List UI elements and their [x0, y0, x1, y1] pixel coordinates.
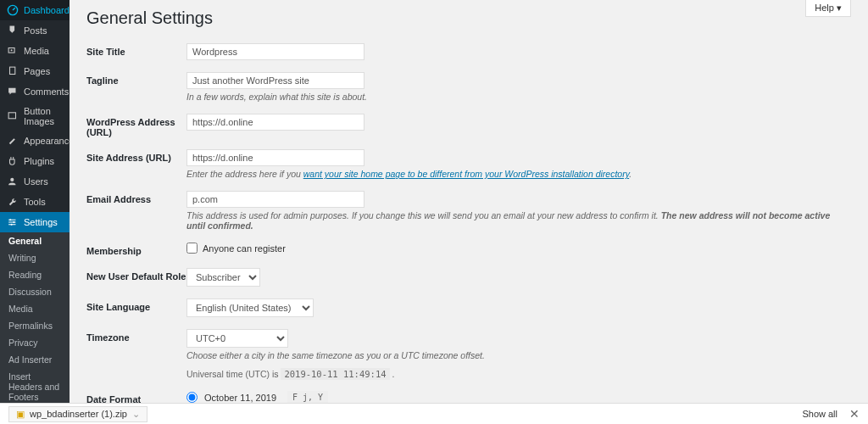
- main-content: Help ▾ General Settings Site Title Tagli…: [70, 0, 868, 403]
- image-icon: [7, 110, 19, 122]
- select-timezone[interactable]: UTC+0: [186, 329, 288, 348]
- submenu-media[interactable]: Media: [0, 300, 70, 317]
- submenu-insert-headers[interactable]: Insert Headers and Footers: [0, 368, 70, 403]
- submenu-general[interactable]: General: [0, 232, 70, 249]
- sidebar-label: Settings: [24, 217, 58, 227]
- label-timezone: Timezone: [86, 329, 186, 343]
- submenu-privacy[interactable]: Privacy: [0, 334, 70, 351]
- svg-point-7: [13, 221, 14, 223]
- sidebar-item-pages[interactable]: Pages: [0, 61, 70, 81]
- desc-tagline: In a few words, explain what this site i…: [186, 92, 851, 102]
- select-language[interactable]: English (United States): [186, 298, 314, 317]
- link-site-url-diff[interactable]: want your site home page to be different…: [303, 169, 629, 179]
- input-email[interactable]: [186, 191, 364, 208]
- label-site-title: Site Title: [86, 43, 186, 57]
- checkbox-label: Anyone can register: [203, 243, 286, 254]
- user-icon: [7, 176, 19, 187]
- desc-timezone: Choose either a city in the same timezon…: [186, 350, 851, 360]
- comment-icon: [7, 86, 19, 98]
- desc-utc: Universal time (UTC) is 2019-10-11 11:49…: [186, 369, 851, 379]
- dashboard-icon: [7, 4, 19, 16]
- submenu-ad-inserter[interactable]: Ad Inserter: [0, 351, 70, 368]
- label-tagline: Tagline: [86, 72, 186, 86]
- sidebar-item-dashboard[interactable]: Dashboard: [0, 0, 70, 20]
- input-tagline[interactable]: [186, 72, 364, 89]
- desc-email: This address is used for admin purposes.…: [186, 210, 851, 231]
- input-site-title[interactable]: [186, 43, 364, 60]
- sidebar-label: Comments: [24, 86, 69, 97]
- submenu-writing[interactable]: Writing: [0, 249, 70, 266]
- checkbox-anyone-register[interactable]: [186, 243, 198, 254]
- brush-icon: [7, 135, 19, 147]
- svg-point-8: [11, 224, 13, 226]
- label-wp-url: WordPress Address (URL): [86, 114, 186, 137]
- svg-rect-3: [10, 67, 15, 74]
- page-title: General Settings: [86, 8, 851, 28]
- sidebar-item-appearance[interactable]: Appearance: [0, 131, 70, 151]
- date-sample: October 11, 2019: [204, 393, 281, 403]
- sidebar-label: Dashboard: [24, 5, 70, 15]
- label-email: Email Address: [86, 191, 186, 204]
- slider-icon: [7, 216, 19, 228]
- sidebar-label: Button Images: [24, 106, 63, 126]
- media-icon: [7, 45, 19, 57]
- sidebar-label: Appearance: [24, 136, 70, 146]
- svg-point-6: [9, 219, 11, 220]
- submenu-permalinks[interactable]: Permalinks: [0, 317, 70, 334]
- input-site-url[interactable]: [186, 149, 364, 166]
- label-default-role: New User Default Role: [86, 268, 186, 282]
- submenu-discussion[interactable]: Discussion: [0, 283, 70, 300]
- plugin-icon: [7, 155, 19, 167]
- submenu-reading[interactable]: Reading: [0, 266, 70, 283]
- svg-point-5: [10, 178, 14, 181]
- help-tab[interactable]: Help ▾: [805, 0, 851, 17]
- sidebar-item-comments[interactable]: Comments: [0, 81, 70, 102]
- input-wp-url[interactable]: [186, 114, 364, 131]
- select-default-role[interactable]: Subscriber: [186, 268, 260, 287]
- settings-submenu: General Writing Reading Discussion Media…: [0, 232, 70, 403]
- sidebar-label: Plugins: [24, 156, 54, 166]
- sidebar-label: Tools: [24, 197, 46, 207]
- pin-icon: [7, 25, 19, 36]
- label-language: Site Language: [86, 298, 186, 312]
- label-site-url: Site Address (URL): [86, 149, 186, 163]
- desc-site-url: Enter the address here if you want your …: [186, 169, 851, 179]
- label-date-format: Date Format: [86, 391, 186, 403]
- label-membership: Membership: [86, 243, 186, 256]
- wrench-icon: [7, 196, 19, 208]
- sidebar-label: Pages: [24, 66, 50, 76]
- svg-point-2: [11, 49, 13, 51]
- svg-rect-4: [8, 113, 15, 119]
- sidebar-label: Posts: [24, 25, 47, 36]
- date-fmt: F j, Y: [287, 391, 328, 403]
- sidebar-item-button-images[interactable]: Button Images: [0, 102, 70, 131]
- sidebar-label: Users: [24, 176, 48, 187]
- sidebar-item-settings[interactable]: Settings: [0, 212, 70, 232]
- sidebar-item-plugins[interactable]: Plugins: [0, 151, 70, 171]
- sidebar-item-users[interactable]: Users: [0, 171, 70, 192]
- sidebar-item-posts[interactable]: Posts: [0, 20, 70, 41]
- sidebar-item-media[interactable]: Media: [0, 41, 70, 61]
- admin-sidebar: Dashboard Posts Media Pages Comments But…: [0, 0, 70, 403]
- page-icon: [7, 65, 19, 77]
- sidebar-label: Media: [24, 46, 49, 56]
- sidebar-item-tools[interactable]: Tools: [0, 192, 70, 212]
- radio-date-format-0[interactable]: [186, 392, 198, 403]
